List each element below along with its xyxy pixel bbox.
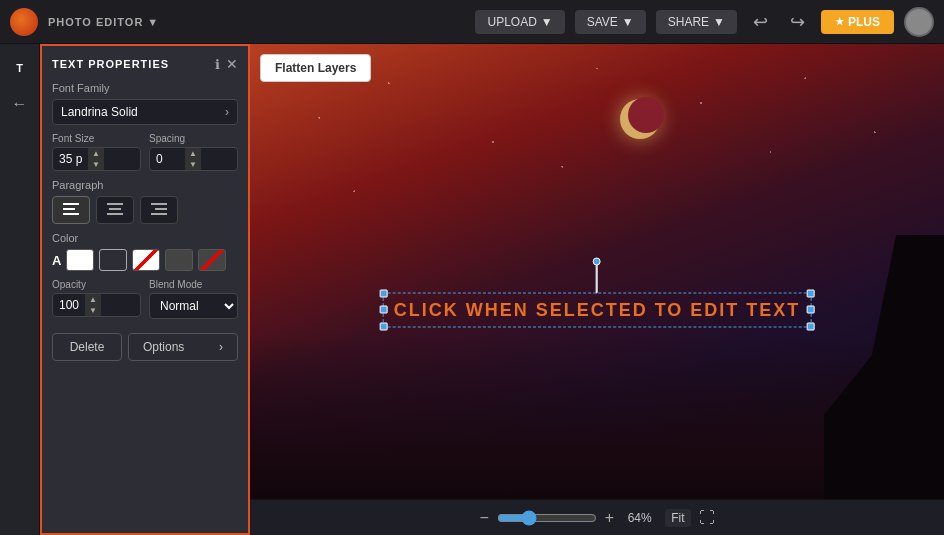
font-family-value: Landrina Solid <box>61 105 138 119</box>
svg-rect-2 <box>63 213 79 215</box>
app-title: PHOTO EDITOR ▼ <box>48 16 159 28</box>
panel-close-button[interactable]: ✕ <box>226 56 238 72</box>
sidebar-icon-text[interactable]: T <box>4 52 36 84</box>
panel-info-icon[interactable]: ℹ <box>215 57 220 72</box>
color-a-label: A <box>52 253 61 268</box>
color-label: Color <box>52 232 238 244</box>
bottom-buttons: Delete Options › <box>52 333 238 361</box>
panel-header: TEXT PROPERTIES ℹ ✕ <box>52 56 238 72</box>
selection-handle-tl[interactable] <box>380 289 388 297</box>
upload-label: UPLOAD <box>487 15 536 29</box>
topbar: PHOTO EDITOR ▼ UPLOAD ▼ SAVE ▼ SHARE ▼ ↩… <box>0 0 944 44</box>
font-size-spinners: ▲ ▼ <box>88 148 104 170</box>
panel-header-icons: ℹ ✕ <box>215 56 238 72</box>
selection-handle-top-dot[interactable] <box>593 257 601 265</box>
spacing-field[interactable] <box>150 148 185 170</box>
text-tab[interactable]: TEXT <box>40 46 42 90</box>
svg-rect-5 <box>107 213 123 215</box>
delete-button[interactable]: Delete <box>52 333 122 361</box>
plus-icon: ★ <box>835 16 844 27</box>
zoom-slider[interactable] <box>497 510 597 526</box>
font-size-input[interactable]: ▲ ▼ <box>52 147 141 171</box>
font-size-field[interactable] <box>53 148 88 170</box>
selection-handle-lm[interactable] <box>380 306 388 314</box>
zoom-plus-button[interactable]: + <box>605 509 614 527</box>
undo-button[interactable]: ↩ <box>747 7 774 37</box>
opacity-blend-row: Opacity ▲ ▼ Blend Mode Normal Multiply S… <box>52 279 238 319</box>
sidebar-icon-back[interactable]: ← <box>4 88 36 120</box>
font-family-arrow-icon: › <box>225 105 229 119</box>
color-swatch-dark[interactable] <box>165 249 193 271</box>
svg-rect-0 <box>63 203 79 205</box>
opacity-field[interactable] <box>53 294 85 316</box>
font-family-selector[interactable]: Landrina Solid › <box>52 99 238 125</box>
svg-rect-7 <box>155 208 167 210</box>
blend-mode-label: Blend Mode <box>149 279 238 290</box>
selection-handle-rm[interactable] <box>806 306 814 314</box>
redo-button[interactable]: ↪ <box>784 7 811 37</box>
opacity-label: Opacity <box>52 279 141 290</box>
svg-rect-8 <box>151 213 167 215</box>
upload-arrow: ▼ <box>541 15 553 29</box>
options-label: Options <box>143 340 184 354</box>
avatar[interactable] <box>904 7 934 37</box>
svg-rect-6 <box>151 203 167 205</box>
main-layout: T ← TEXT TEXT PROPERTIES ℹ ✕ Font Family… <box>0 44 944 535</box>
align-left-button[interactable] <box>52 196 90 224</box>
color-swatch-strikethrough[interactable] <box>132 249 160 271</box>
align-center-button[interactable] <box>96 196 134 224</box>
color-swatch-outline[interactable] <box>99 249 127 271</box>
spacing-up[interactable]: ▲ <box>185 148 201 159</box>
font-size-group: Font Size ▲ ▼ <box>52 133 141 171</box>
paragraph-label: Paragraph <box>52 179 238 191</box>
opacity-up[interactable]: ▲ <box>85 294 101 305</box>
canvas-text-content[interactable]: CLICK WHEN SELECTED TO EDIT TEXT <box>394 299 801 320</box>
plus-button[interactable]: ★ PLUS <box>821 10 894 34</box>
svg-rect-4 <box>109 208 121 210</box>
font-family-label: Font Family <box>52 82 238 94</box>
selection-handle-line <box>596 263 598 293</box>
selection-handle-br[interactable] <box>806 322 814 330</box>
zoom-bar: − + 64% Fit ⛶ <box>250 499 944 535</box>
font-size-label: Font Size <box>52 133 141 144</box>
moon-decoration <box>620 99 660 139</box>
spacing-label: Spacing <box>149 133 238 144</box>
panel-title: TEXT PROPERTIES <box>52 58 169 70</box>
blend-mode-select[interactable]: Normal Multiply Screen Overlay Darken Li… <box>149 293 238 319</box>
app-logo[interactable] <box>10 8 38 36</box>
spacing-input[interactable]: ▲ ▼ <box>149 147 238 171</box>
plus-label: PLUS <box>848 15 880 29</box>
spacing-spinners: ▲ ▼ <box>185 148 201 170</box>
zoom-percentage: 64% <box>622 511 657 525</box>
flatten-layers-button[interactable]: Flatten Layers <box>260 54 371 82</box>
selection-handle-tr[interactable] <box>806 289 814 297</box>
font-size-down[interactable]: ▼ <box>88 159 104 170</box>
opacity-group: Opacity ▲ ▼ <box>52 279 141 319</box>
sidebar-left: T ← <box>0 44 40 535</box>
spacing-down[interactable]: ▼ <box>185 159 201 170</box>
options-button[interactable]: Options › <box>128 333 238 361</box>
opacity-input[interactable]: ▲ ▼ <box>52 293 141 317</box>
zoom-minus-button[interactable]: − <box>479 509 488 527</box>
color-swatch-dark-strikethrough[interactable] <box>198 249 226 271</box>
text-properties-panel: TEXT TEXT PROPERTIES ℹ ✕ Font Family Lan… <box>40 44 250 535</box>
zoom-fit-button[interactable]: Fit <box>665 509 690 527</box>
svg-rect-1 <box>63 208 75 210</box>
share-label: SHARE <box>668 15 709 29</box>
svg-rect-3 <box>107 203 123 205</box>
save-arrow: ▼ <box>622 15 634 29</box>
align-right-button[interactable] <box>140 196 178 224</box>
save-button[interactable]: SAVE ▼ <box>575 10 646 34</box>
color-swatch-white[interactable] <box>66 249 94 271</box>
canvas-area[interactable]: Flatten Layers CLICK WHEN SELECTED TO ED… <box>250 44 944 535</box>
upload-button[interactable]: UPLOAD ▼ <box>475 10 564 34</box>
zoom-fullscreen-button[interactable]: ⛶ <box>699 509 715 527</box>
font-size-up[interactable]: ▲ <box>88 148 104 159</box>
canvas-text-element[interactable]: CLICK WHEN SELECTED TO EDIT TEXT <box>383 292 812 327</box>
save-label: SAVE <box>587 15 618 29</box>
share-button[interactable]: SHARE ▼ <box>656 10 737 34</box>
app-title-arrow[interactable]: ▼ <box>147 16 159 28</box>
font-size-spacing-row: Font Size ▲ ▼ Spacing ▲ ▼ <box>52 133 238 171</box>
selection-handle-bl[interactable] <box>380 322 388 330</box>
opacity-down[interactable]: ▼ <box>85 305 101 316</box>
